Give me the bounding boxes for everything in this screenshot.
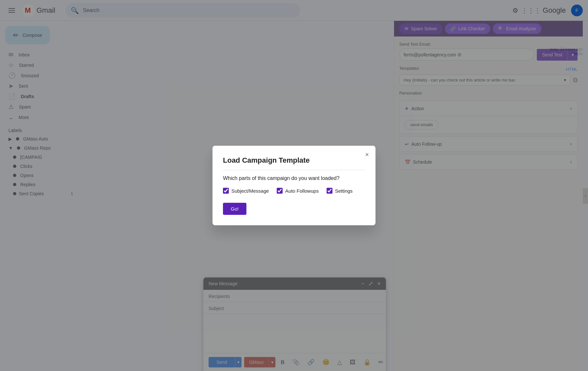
load-campaign-modal: Load Campaign Template × Which parts of … bbox=[213, 146, 375, 225]
modal-divider bbox=[223, 170, 365, 170]
subject-message-checkbox[interactable] bbox=[223, 188, 229, 194]
auto-followups-label: Auto Followups bbox=[285, 188, 319, 194]
modal-checkboxes: Subject/Message Auto Followups Settings bbox=[223, 188, 365, 194]
modal-close-button[interactable]: × bbox=[365, 151, 369, 158]
go-button[interactable]: Go! bbox=[223, 203, 246, 215]
auto-followups-checkbox[interactable] bbox=[277, 188, 283, 194]
settings-checkbox-item[interactable]: Settings bbox=[327, 188, 353, 194]
modal-title: Load Campaign Template bbox=[223, 156, 365, 165]
modal-overlay: Load Campaign Template × Which parts of … bbox=[0, 0, 588, 371]
settings-label: Settings bbox=[335, 188, 353, 194]
subject-message-checkbox-item[interactable]: Subject/Message bbox=[223, 188, 269, 194]
subject-message-label: Subject/Message bbox=[231, 188, 269, 194]
modal-question: Which parts of this campaign do you want… bbox=[223, 175, 365, 181]
auto-followups-checkbox-item[interactable]: Auto Followups bbox=[277, 188, 319, 194]
settings-checkbox[interactable] bbox=[327, 188, 332, 194]
